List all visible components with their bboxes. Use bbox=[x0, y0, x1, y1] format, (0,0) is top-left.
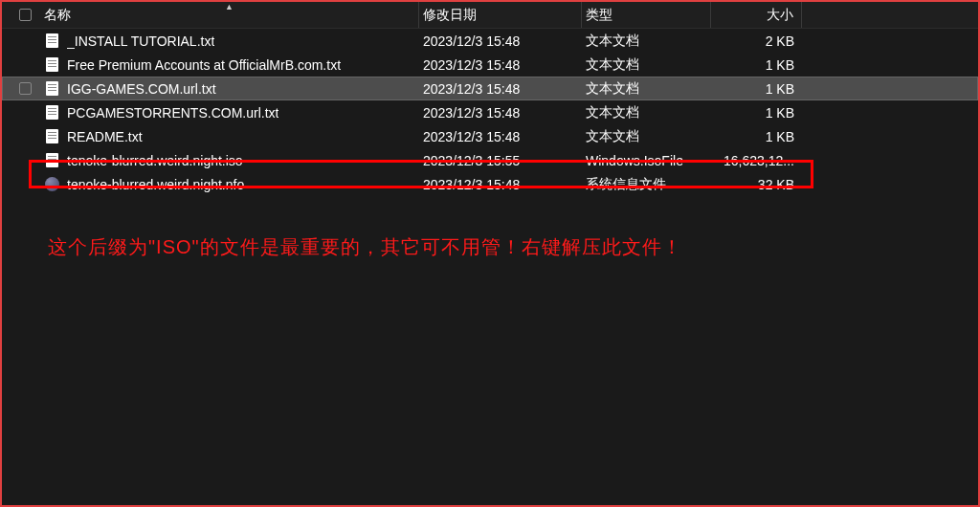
cell-name: PCGAMESTORRENTS.COM.url.txt bbox=[40, 100, 419, 124]
cell-type: 系统信息文件 bbox=[582, 172, 711, 196]
column-header-row: 名称 ▲ 修改日期 类型 大小 bbox=[2, 2, 978, 29]
file-row[interactable]: IGG-GAMES.COM.url.txt2023/12/3 15:48文本文档… bbox=[2, 77, 978, 100]
column-label: 名称 bbox=[44, 7, 71, 24]
text-file-icon bbox=[44, 81, 59, 97]
text-file-icon bbox=[44, 105, 59, 121]
cell-type: 文本文档 bbox=[582, 100, 711, 124]
column-label: 修改日期 bbox=[423, 7, 477, 24]
column-header-name[interactable]: 名称 ▲ bbox=[40, 2, 419, 28]
cell-date: 2023/12/3 15:48 bbox=[419, 100, 582, 124]
row-checkbox-cell[interactable] bbox=[19, 34, 40, 47]
file-name-label: PCGAMESTORRENTS.COM.url.txt bbox=[67, 105, 278, 121]
text-file-icon bbox=[44, 57, 59, 73]
cell-date: 2023/12/3 15:55 bbox=[419, 148, 582, 172]
sort-asc-icon: ▲ bbox=[225, 2, 234, 11]
row-checkbox-cell[interactable] bbox=[19, 178, 40, 190]
cell-type: 文本文档 bbox=[582, 53, 711, 77]
cell-size: 1 KB bbox=[711, 77, 802, 100]
select-all-checkbox-cell[interactable] bbox=[19, 9, 40, 21]
cell-date: 2023/12/3 15:48 bbox=[419, 172, 582, 196]
cell-name: README.txt bbox=[40, 124, 419, 148]
file-explorer-panel: 名称 ▲ 修改日期 类型 大小 _INSTALL TUTORIAL.txt202… bbox=[0, 0, 980, 507]
cell-date: 2023/12/3 15:48 bbox=[419, 77, 582, 100]
cell-type: 文本文档 bbox=[582, 29, 711, 53]
cell-type: 文本文档 bbox=[582, 124, 711, 148]
cell-date: 2023/12/3 15:48 bbox=[419, 124, 582, 148]
row-checkbox-cell[interactable] bbox=[19, 82, 40, 95]
cell-name: tenoke-blurred.weird.night.iso bbox=[40, 148, 419, 172]
cell-type: 文本文档 bbox=[582, 77, 711, 100]
row-checkbox-cell[interactable] bbox=[19, 58, 40, 71]
file-row[interactable]: README.txt2023/12/3 15:48文本文档1 KB bbox=[2, 124, 978, 148]
checkbox-icon bbox=[19, 9, 32, 21]
file-row[interactable]: tenoke-blurred.weird.night.nfo2023/12/3 … bbox=[2, 172, 978, 196]
column-header-type[interactable]: 类型 bbox=[582, 2, 711, 28]
file-row[interactable]: Free Premium Accounts at OfficialMrB.com… bbox=[2, 53, 978, 77]
cell-date: 2023/12/3 15:48 bbox=[419, 29, 582, 53]
column-header-size[interactable]: 大小 bbox=[711, 2, 802, 28]
cell-name: IGG-GAMES.COM.url.txt bbox=[40, 77, 419, 100]
file-name-label: _INSTALL TUTORIAL.txt bbox=[67, 33, 214, 49]
cell-type: Windows.IsoFile bbox=[582, 148, 711, 172]
file-row[interactable]: _INSTALL TUTORIAL.txt2023/12/3 15:48文本文档… bbox=[2, 29, 978, 53]
cell-date: 2023/12/3 15:48 bbox=[419, 53, 582, 77]
text-file-icon bbox=[44, 33, 59, 49]
file-list: _INSTALL TUTORIAL.txt2023/12/3 15:48文本文档… bbox=[2, 29, 978, 196]
row-checkbox-cell[interactable] bbox=[19, 154, 40, 166]
checkbox-icon bbox=[19, 82, 32, 95]
column-label: 类型 bbox=[586, 7, 612, 24]
annotation-text: 这个后缀为"ISO"的文件是最重要的，其它可不用管！右键解压此文件！ bbox=[48, 234, 682, 260]
cell-size: 1 KB bbox=[711, 53, 802, 77]
file-row[interactable]: tenoke-blurred.weird.night.iso2023/12/3 … bbox=[2, 148, 978, 172]
cell-size: 2 KB bbox=[711, 29, 802, 53]
cell-size: 16,623,12... bbox=[711, 148, 802, 172]
nfo-file-icon bbox=[44, 177, 59, 192]
text-file-icon bbox=[44, 129, 59, 144]
cell-size: 32 KB bbox=[711, 172, 802, 196]
cell-name: Free Premium Accounts at OfficialMrB.com… bbox=[40, 53, 419, 77]
row-checkbox-cell[interactable] bbox=[19, 106, 40, 119]
file-name-label: tenoke-blurred.weird.night.iso bbox=[67, 153, 243, 168]
file-name-label: IGG-GAMES.COM.url.txt bbox=[67, 81, 216, 97]
file-name-label: Free Premium Accounts at OfficialMrB.com… bbox=[67, 57, 341, 73]
cell-name: _INSTALL TUTORIAL.txt bbox=[40, 29, 419, 53]
text-file-icon bbox=[44, 153, 59, 168]
file-name-label: tenoke-blurred.weird.night.nfo bbox=[67, 177, 244, 192]
row-checkbox-cell[interactable] bbox=[19, 130, 40, 143]
file-row[interactable]: PCGAMESTORRENTS.COM.url.txt2023/12/3 15:… bbox=[2, 100, 978, 124]
cell-size: 1 KB bbox=[711, 124, 802, 148]
column-label: 大小 bbox=[767, 7, 793, 24]
file-name-label: README.txt bbox=[67, 129, 143, 144]
cell-size: 1 KB bbox=[711, 100, 802, 124]
cell-name: tenoke-blurred.weird.night.nfo bbox=[40, 172, 419, 196]
column-header-date[interactable]: 修改日期 bbox=[419, 2, 582, 28]
